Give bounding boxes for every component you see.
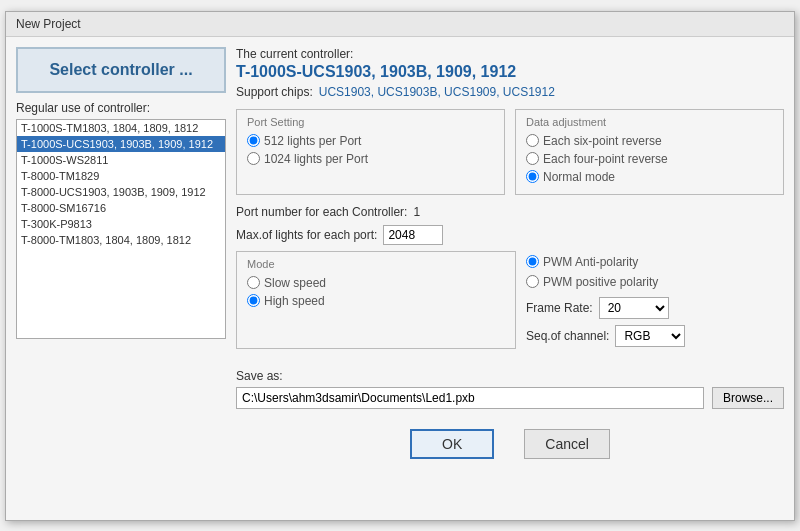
right-panel: The current controller: T-1000S-UCS1903,… bbox=[236, 47, 784, 464]
slow-speed-label: Slow speed bbox=[264, 276, 326, 290]
list-item[interactable]: T-8000-SM16716 bbox=[17, 200, 225, 216]
list-item[interactable]: T-8000-TM1803, 1804, 1809, 1812 bbox=[17, 232, 225, 248]
data-six-point-label: Each six-point reverse bbox=[543, 134, 662, 148]
port-512-radio[interactable] bbox=[247, 134, 260, 147]
ok-button[interactable]: OK bbox=[410, 429, 494, 459]
support-chips-label: Support chips: bbox=[236, 85, 313, 99]
data-six-point-radio[interactable] bbox=[526, 134, 539, 147]
max-lights-input[interactable] bbox=[383, 225, 443, 245]
port-number-label: Port number for each Controller: bbox=[236, 205, 407, 219]
dialog-title: New Project bbox=[6, 12, 794, 37]
controller-list[interactable]: T-1000S-TM1803, 1804, 1809, 1812T-1000S-… bbox=[16, 119, 226, 339]
list-item[interactable]: T-8000-UCS1903, 1903B, 1909, 1912 bbox=[17, 184, 225, 200]
frame-rate-label: Frame Rate: bbox=[526, 301, 593, 315]
list-item[interactable]: T-1000S-WS2811 bbox=[17, 152, 225, 168]
port-setting-box: Port Setting 512 lights per Port 1024 li… bbox=[236, 109, 505, 195]
pwm-positive-polarity-label: PWM positive polarity bbox=[543, 275, 658, 289]
list-item[interactable]: T-1000S-UCS1903, 1903B, 1909, 1912 bbox=[17, 136, 225, 152]
current-controller-name: T-1000S-UCS1903, 1903B, 1909, 1912 bbox=[236, 63, 784, 81]
max-lights-label: Max.of lights for each port: bbox=[236, 228, 377, 242]
port-1024-radio[interactable] bbox=[247, 152, 260, 165]
list-item[interactable]: T-8000-TM1829 bbox=[17, 168, 225, 184]
data-adjustment-box: Data adjustment Each six-point reverse E… bbox=[515, 109, 784, 195]
left-panel: Select controller ... Regular use of con… bbox=[16, 47, 226, 464]
regular-use-label: Regular use of controller: bbox=[16, 101, 226, 115]
data-normal-radio[interactable] bbox=[526, 170, 539, 183]
save-as-label: Save as: bbox=[236, 369, 784, 383]
port-number-value: 1 bbox=[413, 205, 420, 219]
high-speed-label: High speed bbox=[264, 294, 325, 308]
seq-channel-select[interactable]: RGB RBG GRB GBR bbox=[615, 325, 685, 347]
high-speed-radio[interactable] bbox=[247, 294, 260, 307]
pwm-anti-polarity-radio[interactable] bbox=[526, 255, 539, 268]
support-chips-value: UCS1903, UCS1903B, UCS1909, UCS1912 bbox=[319, 85, 555, 99]
frame-rate-select[interactable]: 20 30 40 50 bbox=[599, 297, 669, 319]
select-controller-button[interactable]: Select controller ... bbox=[16, 47, 226, 93]
data-four-point-radio[interactable] bbox=[526, 152, 539, 165]
list-item[interactable]: T-300K-P9813 bbox=[17, 216, 225, 232]
new-project-dialog: New Project Select controller ... Regula… bbox=[5, 11, 795, 521]
mode-title: Mode bbox=[247, 258, 505, 270]
mode-box: Mode Slow speed High speed bbox=[236, 251, 516, 349]
data-normal-label: Normal mode bbox=[543, 170, 615, 184]
seq-channel-label: Seq.of channel: bbox=[526, 329, 609, 343]
browse-button[interactable]: Browse... bbox=[712, 387, 784, 409]
data-adjustment-title: Data adjustment bbox=[526, 116, 773, 128]
slow-speed-radio[interactable] bbox=[247, 276, 260, 289]
port-setting-title: Port Setting bbox=[247, 116, 494, 128]
current-controller-label: The current controller: bbox=[236, 47, 784, 61]
pwm-positive-polarity-radio[interactable] bbox=[526, 275, 539, 288]
save-path-input[interactable] bbox=[236, 387, 704, 409]
cancel-button[interactable]: Cancel bbox=[524, 429, 610, 459]
data-four-point-label: Each four-point reverse bbox=[543, 152, 668, 166]
pwm-anti-polarity-label: PWM Anti-polarity bbox=[543, 255, 638, 269]
list-item[interactable]: T-1000S-TM1803, 1804, 1809, 1812 bbox=[17, 120, 225, 136]
port-512-label: 512 lights per Port bbox=[264, 134, 361, 148]
port-1024-label: 1024 lights per Port bbox=[264, 152, 368, 166]
pwm-box: PWM Anti-polarity PWM positive polarity … bbox=[526, 251, 784, 357]
